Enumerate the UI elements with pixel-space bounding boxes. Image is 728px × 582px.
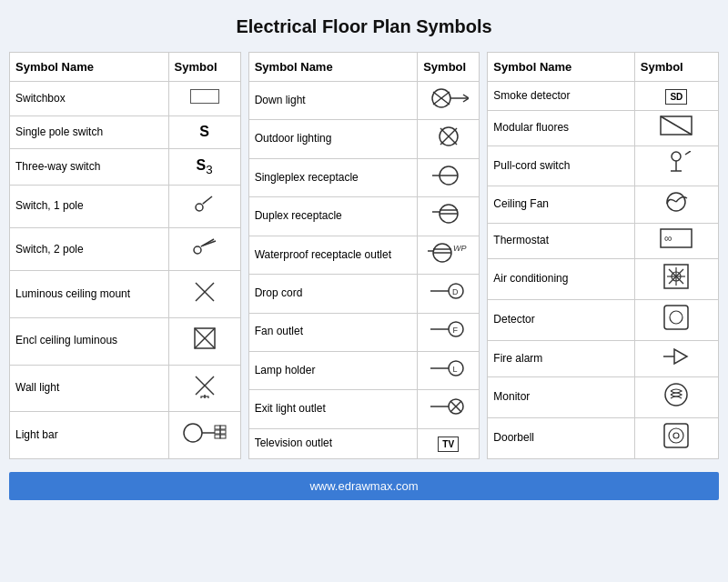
svg-point-77 <box>673 433 679 438</box>
row-symbol <box>634 258 718 299</box>
t3-header-symbol: Symbol <box>634 53 718 82</box>
table-row: Light bar <box>10 412 241 459</box>
t1-header-name: Symbol Name <box>10 53 169 82</box>
svg-text:D: D <box>452 287 459 296</box>
svg-point-74 <box>665 384 687 406</box>
row-name: Smoke detector <box>488 82 634 111</box>
table-row: Duplex receptacle <box>248 197 480 236</box>
row-name: Luminous ceiling mount <box>10 271 169 318</box>
table-row: Lamp holder L <box>248 351 480 389</box>
svg-text:L: L <box>452 365 457 374</box>
table-1: Symbol Name Symbol Switchbox Single pole… <box>9 52 241 459</box>
row-name: Switchbox <box>10 82 169 116</box>
table-row: Monitor <box>488 377 719 418</box>
svg-rect-20 <box>220 430 226 434</box>
row-symbol <box>418 197 480 236</box>
table-row: Waterproof receptacle outlet WP <box>248 236 480 274</box>
tables-container: Symbol Name Symbol Switchbox Single pole… <box>9 52 719 459</box>
row-name: Ceiling Fan <box>488 186 634 224</box>
row-name: Modular fluores <box>488 110 634 146</box>
table-row: Smoke detector SD <box>488 82 719 111</box>
row-symbol <box>418 120 480 158</box>
row-symbol <box>418 158 480 196</box>
svg-point-72 <box>670 311 682 324</box>
table-row: Outdoor lighting <box>248 120 480 158</box>
svg-rect-17 <box>215 430 220 434</box>
row-name: Television outlet <box>248 428 418 458</box>
row-name: Encl ceiling luminous <box>10 317 169 365</box>
row-symbol <box>634 110 718 146</box>
row-symbol: L <box>418 351 480 389</box>
footer-url: www.edrawmax.com <box>309 479 418 493</box>
row-name: Drop cord <box>248 275 418 313</box>
row-symbol: S <box>168 115 240 149</box>
row-name: Light bar <box>10 412 169 459</box>
svg-text:F: F <box>452 326 458 335</box>
row-name: Switch, 2 pole <box>10 228 169 271</box>
row-name: Air conditioning <box>488 258 634 299</box>
svg-point-58 <box>672 152 681 161</box>
page-title: Electrical Floor Plan Symbols <box>236 16 491 37</box>
row-symbol <box>168 412 240 459</box>
svg-text:WP: WP <box>453 244 467 253</box>
row-name: Down light <box>248 82 418 120</box>
svg-rect-75 <box>664 424 688 447</box>
row-symbol <box>168 82 240 116</box>
row-symbol <box>168 365 240 412</box>
table-row: Modular fluores <box>488 110 719 146</box>
table-row: Detector <box>488 299 719 340</box>
svg-point-76 <box>669 428 683 443</box>
table-row: Switch, 1 pole <box>10 186 241 228</box>
table-row: Thermostat ∞ <box>488 224 719 259</box>
table-row: Switchbox <box>10 82 241 116</box>
t1-header-symbol: Symbol <box>168 53 240 82</box>
row-symbol <box>168 271 240 318</box>
svg-rect-18 <box>215 435 220 438</box>
table-row: Television outlet TV <box>248 428 480 458</box>
row-name: Single pole switch <box>10 115 169 149</box>
t2-header-symbol: Symbol <box>418 53 480 82</box>
row-name: Monitor <box>488 377 634 418</box>
t2-header-name: Symbol Name <box>248 53 418 82</box>
row-name: Singleplex receptacle <box>248 158 418 196</box>
svg-line-1 <box>202 196 211 204</box>
table-row: Ceiling Fan <box>488 186 719 224</box>
svg-rect-21 <box>220 435 226 438</box>
row-name: Thermostat <box>488 224 634 259</box>
table-row: Wall light <box>10 365 241 412</box>
row-name: Fire alarm <box>488 340 634 377</box>
row-symbol <box>168 317 240 365</box>
svg-point-14 <box>184 424 202 442</box>
table-row: Switch, 2 pole <box>10 228 241 271</box>
table-row: Single pole switch S <box>10 115 241 149</box>
svg-point-0 <box>196 204 203 211</box>
svg-point-2 <box>194 246 201 254</box>
table-row: Singleplex receptacle <box>248 158 480 196</box>
row-name: Exit light outlet <box>248 390 418 428</box>
table-row: Luminous ceiling mount <box>10 271 241 318</box>
row-symbol <box>634 377 718 418</box>
svg-text:∞: ∞ <box>664 232 672 245</box>
row-symbol <box>418 82 480 120</box>
table-row: Exit light outlet <box>248 390 480 428</box>
svg-line-57 <box>661 116 692 135</box>
row-name: Wall light <box>10 365 169 412</box>
table-2: Symbol Name Symbol Down light <box>248 52 480 459</box>
table-3: Symbol Name Symbol Smoke detector SD Mod… <box>487 52 719 459</box>
row-symbol <box>168 228 240 271</box>
row-symbol: WP <box>418 236 480 274</box>
row-symbol: SD <box>634 82 718 111</box>
row-symbol <box>634 299 718 340</box>
footer-bar: www.edrawmax.com <box>9 472 719 500</box>
table-row: Pull-cord switch <box>488 146 719 186</box>
row-name: Doorbell <box>488 418 634 459</box>
row-symbol: TV <box>418 428 480 458</box>
row-name: Lamp holder <box>248 351 418 389</box>
row-symbol <box>634 186 718 224</box>
table-row: Fan outlet F <box>248 313 480 351</box>
svg-rect-19 <box>220 426 226 429</box>
row-symbol <box>168 186 240 228</box>
row-name: Fan outlet <box>248 313 418 351</box>
t3-header-name: Symbol Name <box>488 53 634 82</box>
table-row: Drop cord D <box>248 275 480 313</box>
